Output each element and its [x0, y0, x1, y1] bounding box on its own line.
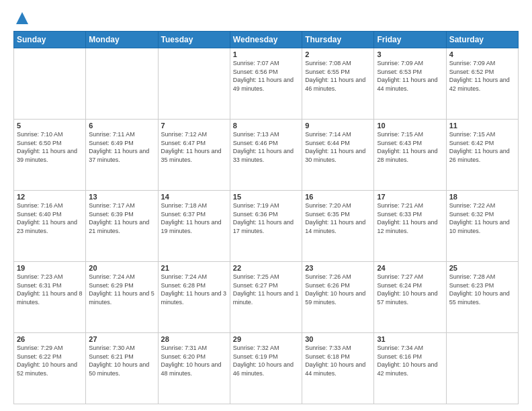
- calendar-cell: 15Sunrise: 7:19 AM Sunset: 6:36 PM Dayli…: [230, 191, 302, 262]
- day-number: 25: [449, 264, 515, 272]
- calendar-cell: 8Sunrise: 7:13 AM Sunset: 6:46 PM Daylig…: [230, 120, 302, 191]
- calendar-cell: 5Sunrise: 7:10 AM Sunset: 6:50 PM Daylig…: [14, 120, 86, 191]
- day-info: Sunrise: 7:34 AM Sunset: 6:16 PM Dayligh…: [377, 345, 437, 377]
- day-info: Sunrise: 7:19 AM Sunset: 6:36 PM Dayligh…: [233, 202, 294, 234]
- day-info: Sunrise: 7:22 AM Sunset: 6:32 PM Dayligh…: [449, 202, 510, 234]
- logo: [13, 11, 30, 26]
- day-number: 31: [377, 335, 443, 343]
- day-number: 7: [161, 122, 227, 130]
- day-number: 30: [305, 335, 371, 343]
- day-number: 18: [449, 193, 515, 201]
- day-number: 8: [233, 122, 299, 130]
- header: [13, 11, 519, 26]
- day-number: 10: [377, 122, 443, 130]
- day-info: Sunrise: 7:24 AM Sunset: 6:28 PM Dayligh…: [161, 273, 227, 306]
- day-info: Sunrise: 7:11 AM Sunset: 6:49 PM Dayligh…: [89, 131, 149, 163]
- day-info: Sunrise: 7:10 AM Sunset: 6:50 PM Dayligh…: [17, 131, 77, 163]
- calendar-cell: 18Sunrise: 7:22 AM Sunset: 6:32 PM Dayli…: [446, 191, 518, 262]
- day-number: 27: [89, 335, 154, 343]
- day-info: Sunrise: 7:16 AM Sunset: 6:40 PM Dayligh…: [17, 202, 77, 234]
- calendar-cell: 19Sunrise: 7:23 AM Sunset: 6:31 PM Dayli…: [14, 262, 86, 333]
- calendar: SundayMondayTuesdayWednesdayThursdayFrid…: [13, 31, 519, 404]
- calendar-header-row: SundayMondayTuesdayWednesdayThursdayFrid…: [14, 32, 519, 48]
- day-number: 29: [233, 335, 299, 343]
- day-number: 3: [377, 50, 443, 58]
- day-number: 24: [377, 264, 443, 272]
- calendar-cell: 16Sunrise: 7:20 AM Sunset: 6:35 PM Dayli…: [302, 191, 374, 262]
- day-info: Sunrise: 7:09 AM Sunset: 6:53 PM Dayligh…: [377, 60, 437, 92]
- day-info: Sunrise: 7:14 AM Sunset: 6:44 PM Dayligh…: [305, 131, 365, 163]
- calendar-cell: 20Sunrise: 7:24 AM Sunset: 6:29 PM Dayli…: [86, 262, 158, 333]
- weekday-header: Saturday: [446, 32, 518, 48]
- day-info: Sunrise: 7:23 AM Sunset: 6:31 PM Dayligh…: [17, 273, 83, 306]
- day-info: Sunrise: 7:07 AM Sunset: 6:56 PM Dayligh…: [233, 60, 294, 92]
- day-number: 23: [305, 264, 371, 272]
- day-number: 16: [305, 193, 371, 201]
- day-number: 1: [233, 50, 299, 58]
- calendar-cell: 10Sunrise: 7:15 AM Sunset: 6:43 PM Dayli…: [374, 120, 446, 191]
- day-number: 4: [449, 50, 515, 58]
- day-number: 9: [305, 122, 371, 130]
- day-info: Sunrise: 7:12 AM Sunset: 6:47 PM Dayligh…: [161, 131, 222, 163]
- day-info: Sunrise: 7:21 AM Sunset: 6:33 PM Dayligh…: [377, 202, 437, 234]
- calendar-cell: 29Sunrise: 7:32 AM Sunset: 6:19 PM Dayli…: [230, 333, 302, 404]
- day-info: Sunrise: 7:32 AM Sunset: 6:19 PM Dayligh…: [233, 345, 294, 377]
- day-number: 12: [17, 193, 83, 201]
- calendar-cell: 14Sunrise: 7:18 AM Sunset: 6:37 PM Dayli…: [158, 191, 230, 262]
- day-info: Sunrise: 7:18 AM Sunset: 6:37 PM Dayligh…: [161, 202, 222, 234]
- day-number: 20: [89, 264, 154, 272]
- day-number: 21: [161, 264, 227, 272]
- weekday-header: Sunday: [14, 32, 86, 48]
- calendar-cell: 30Sunrise: 7:33 AM Sunset: 6:18 PM Dayli…: [302, 333, 374, 404]
- day-info: Sunrise: 7:08 AM Sunset: 6:55 PM Dayligh…: [305, 60, 365, 92]
- calendar-cell: 22Sunrise: 7:25 AM Sunset: 6:27 PM Dayli…: [230, 262, 302, 333]
- calendar-week-row: 5Sunrise: 7:10 AM Sunset: 6:50 PM Daylig…: [14, 120, 519, 191]
- calendar-week-row: 19Sunrise: 7:23 AM Sunset: 6:31 PM Dayli…: [14, 262, 519, 333]
- day-number: 28: [161, 335, 227, 343]
- day-info: Sunrise: 7:15 AM Sunset: 6:42 PM Dayligh…: [449, 131, 510, 163]
- logo-icon: [15, 11, 30, 26]
- day-info: Sunrise: 7:26 AM Sunset: 6:26 PM Dayligh…: [305, 273, 365, 306]
- calendar-cell: [446, 333, 518, 404]
- weekday-header: Monday: [86, 32, 158, 48]
- calendar-cell: [158, 48, 230, 120]
- weekday-header: Tuesday: [158, 32, 230, 48]
- calendar-cell: 9Sunrise: 7:14 AM Sunset: 6:44 PM Daylig…: [302, 120, 374, 191]
- day-number: 6: [89, 122, 154, 130]
- day-info: Sunrise: 7:09 AM Sunset: 6:52 PM Dayligh…: [449, 60, 510, 92]
- calendar-cell: 7Sunrise: 7:12 AM Sunset: 6:47 PM Daylig…: [158, 120, 230, 191]
- day-info: Sunrise: 7:13 AM Sunset: 6:46 PM Dayligh…: [233, 131, 294, 163]
- day-number: 2: [305, 50, 371, 58]
- calendar-cell: 17Sunrise: 7:21 AM Sunset: 6:33 PM Dayli…: [374, 191, 446, 262]
- day-info: Sunrise: 7:31 AM Sunset: 6:20 PM Dayligh…: [161, 345, 222, 377]
- day-info: Sunrise: 7:29 AM Sunset: 6:22 PM Dayligh…: [17, 345, 77, 377]
- calendar-cell: 1Sunrise: 7:07 AM Sunset: 6:56 PM Daylig…: [230, 48, 302, 120]
- day-number: 11: [449, 122, 515, 130]
- day-number: 26: [17, 335, 83, 343]
- calendar-cell: 11Sunrise: 7:15 AM Sunset: 6:42 PM Dayli…: [446, 120, 518, 191]
- day-info: Sunrise: 7:30 AM Sunset: 6:21 PM Dayligh…: [89, 345, 149, 377]
- calendar-cell: 12Sunrise: 7:16 AM Sunset: 6:40 PM Dayli…: [14, 191, 86, 262]
- calendar-cell: 24Sunrise: 7:27 AM Sunset: 6:24 PM Dayli…: [374, 262, 446, 333]
- day-info: Sunrise: 7:33 AM Sunset: 6:18 PM Dayligh…: [305, 345, 365, 377]
- day-number: 19: [17, 264, 83, 272]
- day-info: Sunrise: 7:24 AM Sunset: 6:29 PM Dayligh…: [89, 273, 154, 306]
- calendar-cell: 27Sunrise: 7:30 AM Sunset: 6:21 PM Dayli…: [86, 333, 158, 404]
- calendar-cell: 25Sunrise: 7:28 AM Sunset: 6:23 PM Dayli…: [446, 262, 518, 333]
- svg-marker-0: [16, 12, 28, 24]
- calendar-cell: 13Sunrise: 7:17 AM Sunset: 6:39 PM Dayli…: [86, 191, 158, 262]
- day-number: 14: [161, 193, 227, 201]
- calendar-cell: 23Sunrise: 7:26 AM Sunset: 6:26 PM Dayli…: [302, 262, 374, 333]
- day-info: Sunrise: 7:20 AM Sunset: 6:35 PM Dayligh…: [305, 202, 365, 234]
- calendar-cell: 21Sunrise: 7:24 AM Sunset: 6:28 PM Dayli…: [158, 262, 230, 333]
- day-number: 13: [89, 193, 154, 201]
- calendar-cell: 31Sunrise: 7:34 AM Sunset: 6:16 PM Dayli…: [374, 333, 446, 404]
- calendar-cell: [86, 48, 158, 120]
- weekday-header: Wednesday: [230, 32, 302, 48]
- calendar-cell: 3Sunrise: 7:09 AM Sunset: 6:53 PM Daylig…: [374, 48, 446, 120]
- day-info: Sunrise: 7:15 AM Sunset: 6:43 PM Dayligh…: [377, 131, 437, 163]
- calendar-week-row: 1Sunrise: 7:07 AM Sunset: 6:56 PM Daylig…: [14, 48, 519, 120]
- calendar-cell: 6Sunrise: 7:11 AM Sunset: 6:49 PM Daylig…: [86, 120, 158, 191]
- calendar-cell: 28Sunrise: 7:31 AM Sunset: 6:20 PM Dayli…: [158, 333, 230, 404]
- day-info: Sunrise: 7:17 AM Sunset: 6:39 PM Dayligh…: [89, 202, 149, 234]
